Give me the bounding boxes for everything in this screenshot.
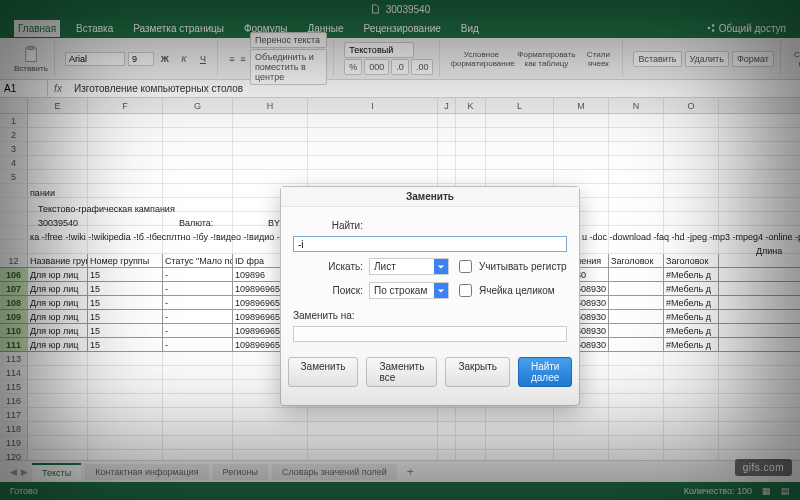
cell[interactable] [609,156,664,169]
sheet-tab-2[interactable]: Регионы [213,464,268,480]
cell[interactable] [664,128,719,141]
cell[interactable] [664,226,719,239]
cell[interactable]: Статус "Мало пока [163,254,233,267]
view-layout-icon[interactable]: ▤ [781,486,790,496]
cell[interactable] [88,240,163,253]
cell[interactable] [28,380,88,393]
cell[interactable] [163,352,233,365]
cell[interactable] [456,422,486,435]
sort-filter[interactable]: Сортировка и фильтр [791,50,800,68]
cell[interactable] [609,184,664,197]
cell[interactable] [88,380,163,393]
underline-button[interactable]: Ч [195,51,211,67]
cell[interactable] [438,114,456,127]
italic-button[interactable]: К [176,51,192,67]
cell[interactable] [88,366,163,379]
cell[interactable] [609,422,664,435]
cell[interactable] [609,268,664,281]
row-header[interactable] [0,184,28,197]
cell[interactable] [554,422,609,435]
row-header[interactable]: 5 [0,170,28,183]
cell[interactable] [609,324,664,337]
share-button[interactable]: Общий доступ [706,23,786,34]
formula-value[interactable]: Изготовление компьютерных столов [68,83,249,94]
cell[interactable] [664,212,719,225]
cell[interactable] [308,114,438,127]
inc-dec[interactable]: .0 [391,59,409,75]
row-header[interactable]: 119 [0,436,28,449]
row-header[interactable] [0,212,28,225]
cell[interactable] [486,156,554,169]
cell[interactable] [486,450,554,460]
cell[interactable] [664,436,719,449]
cell[interactable] [88,408,163,421]
cell[interactable]: Для юр лиц [28,324,88,337]
col-header[interactable]: G [163,98,233,113]
cell[interactable] [28,408,88,421]
font-select[interactable] [65,52,125,66]
cell[interactable] [233,450,308,460]
cell[interactable] [88,422,163,435]
cell[interactable]: #Мебель д [664,310,719,323]
cell[interactable] [554,436,609,449]
spreadsheet[interactable]: EFGHIJKLMNO 1234512Название группыНомер … [0,98,800,460]
cell[interactable] [554,114,609,127]
cell[interactable] [308,436,438,449]
cell[interactable] [233,114,308,127]
cell[interactable] [28,128,88,141]
search-in-select[interactable]: Лист [369,258,449,275]
col-header[interactable]: L [486,98,554,113]
cell[interactable]: #Мебель д [664,268,719,281]
cell[interactable] [163,408,233,421]
cell[interactable] [88,226,163,239]
cell[interactable] [486,408,554,421]
find-next-button[interactable]: Найти далее [518,357,573,387]
col-header[interactable]: K [456,98,486,113]
cell[interactable] [163,212,233,225]
cell[interactable]: Для юр лиц [28,282,88,295]
cell[interactable] [163,422,233,435]
cell[interactable]: 15 [88,296,163,309]
bold-button[interactable]: Ж [157,51,173,67]
paste-icon[interactable] [22,44,40,64]
cell[interactable]: Для юр лиц [28,296,88,309]
cell[interactable] [28,436,88,449]
as-table[interactable]: Форматировать как таблицу [515,50,577,68]
col-header[interactable]: I [308,98,438,113]
cell[interactable] [163,450,233,460]
row-header[interactable] [0,198,28,211]
cell[interactable] [88,394,163,407]
cell[interactable] [233,170,308,183]
row-header[interactable]: 108 [0,296,28,309]
cell[interactable] [609,352,664,365]
cell[interactable]: - [163,296,233,309]
cell[interactable] [609,114,664,127]
cell[interactable] [664,422,719,435]
cell[interactable] [554,170,609,183]
cell[interactable] [609,380,664,393]
cell[interactable]: 15 [88,338,163,351]
cell[interactable] [664,170,719,183]
cell[interactable] [88,114,163,127]
cell[interactable] [456,128,486,141]
row-header[interactable]: 117 [0,408,28,421]
cond-fmt[interactable]: Условное форматирование [450,50,512,68]
row-header[interactable]: 2 [0,128,28,141]
cell[interactable] [28,142,88,155]
cell[interactable]: 15 [88,324,163,337]
cell[interactable] [456,170,486,183]
cell[interactable]: Для юр лиц [28,268,88,281]
cell[interactable] [486,114,554,127]
cell[interactable] [233,422,308,435]
cell[interactable] [609,240,664,253]
cell[interactable] [609,366,664,379]
cell[interactable] [163,142,233,155]
cell[interactable] [28,114,88,127]
row-header[interactable]: 113 [0,352,28,365]
cell[interactable] [28,198,88,211]
view-normal-icon[interactable]: ▦ [762,486,771,496]
cell[interactable] [664,114,719,127]
cell[interactable] [609,310,664,323]
replace-all-button[interactable]: Заменить все [366,357,437,387]
sheet-tab-1[interactable]: Контактная информация [85,464,208,480]
